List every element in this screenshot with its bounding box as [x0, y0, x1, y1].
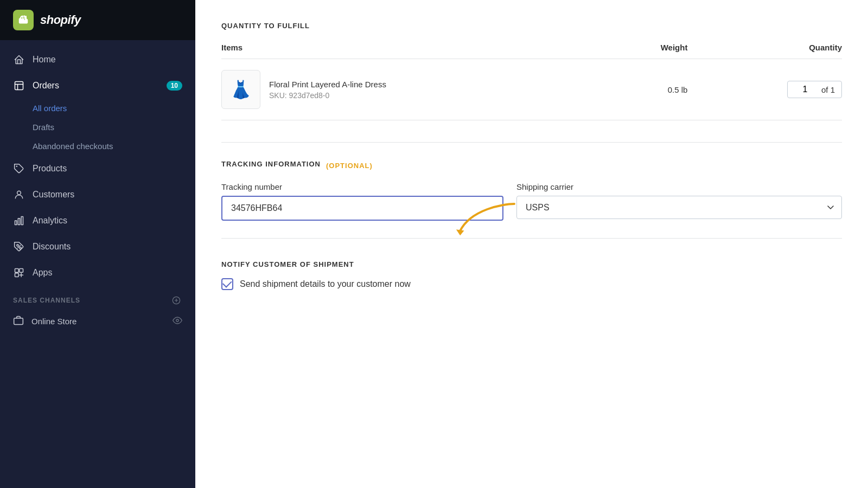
notify-checkbox-row: Send shipment details to your customer n…	[221, 278, 842, 290]
svg-point-16	[176, 319, 179, 322]
tracking-number-field: Tracking number	[221, 182, 503, 221]
sidebar-item-orders-label: Orders	[33, 81, 59, 91]
svg-point-2	[17, 191, 21, 195]
svg-marker-17	[456, 227, 465, 236]
items-table: Items Weight Quantity 👗 Floral Print Lay…	[221, 43, 842, 120]
items-col-header: Items	[221, 43, 588, 59]
sidebar-item-analytics-label: Analytics	[33, 216, 67, 226]
product-cell: 👗 Floral Print Layered A-line Dress SKU:…	[221, 70, 588, 109]
main-content: QUANTITY TO FULFILL Items Weight Quantit…	[195, 0, 868, 488]
online-store-icon	[13, 315, 24, 328]
quantity-section: QUANTITY TO FULFILL Items Weight Quantit…	[221, 22, 842, 120]
sidebar-item-products-label: Products	[33, 164, 67, 174]
quantity-cell: of 1	[720, 59, 842, 120]
home-icon	[13, 54, 25, 66]
quantity-input-group: of 1	[787, 81, 842, 98]
svg-rect-3	[15, 221, 17, 225]
svg-rect-15	[14, 318, 23, 325]
tracking-number-input[interactable]	[221, 196, 503, 221]
table-row: 👗 Floral Print Layered A-line Dress SKU:…	[221, 59, 842, 120]
sidebar-item-all-orders[interactable]: All orders	[33, 99, 195, 118]
tracking-header: TRACKING INFORMATION (OPTIONAL)	[221, 160, 842, 171]
add-sales-channel-icon[interactable]	[170, 294, 182, 306]
sidebar: shopify Home Orders 10 All orders Drafts…	[0, 0, 195, 488]
sidebar-item-online-store[interactable]: Online Store	[0, 310, 195, 333]
online-store-label: Online Store	[31, 317, 76, 326]
analytics-icon	[13, 215, 25, 227]
sidebar-item-home-label: Home	[33, 55, 56, 65]
sidebar-item-analytics[interactable]: Analytics	[0, 208, 195, 234]
sales-channels-section: SALES CHANNELS	[0, 286, 195, 310]
weight-col-header: Weight	[588, 43, 720, 59]
svg-rect-11	[15, 273, 19, 277]
shipping-carrier-select[interactable]: USPS FedEx UPS DHL Express Other	[516, 196, 842, 219]
notify-section-title: NOTIFY CUSTOMER OF SHIPMENT	[221, 260, 842, 268]
notify-checkbox[interactable]	[221, 278, 233, 290]
quantity-of-text: of 1	[821, 85, 835, 94]
sidebar-item-drafts[interactable]: Drafts	[33, 118, 195, 137]
sidebar-item-customers-label: Customers	[33, 190, 74, 200]
quantity-section-title: QUANTITY TO FULFILL	[221, 22, 842, 30]
sidebar-item-abandoned-checkouts[interactable]: Abandoned checkouts	[33, 137, 195, 156]
svg-rect-9	[15, 269, 19, 273]
quantity-input[interactable]	[794, 85, 816, 94]
shopify-logo-icon	[13, 10, 34, 30]
svg-point-1	[16, 166, 17, 168]
sidebar-item-apps[interactable]: Apps	[0, 260, 195, 286]
sidebar-header: shopify	[0, 0, 195, 40]
products-icon	[13, 163, 25, 175]
svg-rect-0	[15, 82, 23, 90]
apps-icon	[13, 267, 25, 279]
tracking-fields: Tracking number Shipping carrier USPS Fe…	[221, 182, 842, 221]
sidebar-item-apps-label: Apps	[33, 268, 52, 278]
product-name: Floral Print Layered A-line Dress	[269, 80, 386, 89]
notify-checkbox-label: Send shipment details to your customer n…	[240, 279, 411, 289]
orders-badge: 10	[167, 81, 182, 91]
tracking-optional-label: (OPTIONAL)	[326, 162, 373, 170]
orders-icon	[13, 80, 25, 92]
svg-rect-4	[18, 219, 20, 225]
product-thumbnail: 👗	[221, 70, 260, 109]
svg-rect-10	[20, 269, 23, 273]
sales-channels-label: SALES CHANNELS	[13, 297, 80, 304]
sidebar-item-orders[interactable]: Orders 10	[0, 73, 195, 99]
quantity-col-header: Quantity	[720, 43, 842, 59]
customers-icon	[13, 189, 25, 201]
shipping-carrier-field: Shipping carrier USPS FedEx UPS DHL Expr…	[516, 182, 842, 219]
product-info: Floral Print Layered A-line Dress SKU: 9…	[269, 80, 386, 100]
sidebar-item-discounts[interactable]: Discounts	[0, 234, 195, 260]
svg-point-6	[17, 245, 18, 246]
divider	[221, 142, 842, 143]
sidebar-item-products[interactable]: Products	[0, 156, 195, 182]
sidebar-item-customers[interactable]: Customers	[0, 182, 195, 208]
sidebar-item-discounts-label: Discounts	[33, 242, 71, 252]
discounts-icon	[13, 241, 25, 253]
product-weight: 0.5 lb	[588, 59, 720, 120]
notify-section: NOTIFY CUSTOMER OF SHIPMENT Send shipmen…	[221, 260, 842, 290]
tracking-section-title: TRACKING INFORMATION	[221, 160, 321, 168]
tracking-number-label: Tracking number	[221, 182, 503, 191]
tracking-section: TRACKING INFORMATION (OPTIONAL) Tracking…	[221, 160, 842, 221]
sidebar-brand-title: shopify	[40, 13, 81, 27]
sidebar-item-home[interactable]: Home	[0, 47, 195, 73]
sidebar-nav: Home Orders 10 All orders Drafts Abandon…	[0, 40, 195, 488]
divider-2	[221, 238, 842, 239]
product-sku: SKU: 923d7ed8-0	[269, 91, 386, 100]
orders-sub-nav: All orders Drafts Abandoned checkouts	[0, 99, 195, 156]
eye-icon	[173, 316, 182, 327]
shipping-carrier-label: Shipping carrier	[516, 182, 842, 191]
svg-rect-5	[21, 217, 23, 225]
